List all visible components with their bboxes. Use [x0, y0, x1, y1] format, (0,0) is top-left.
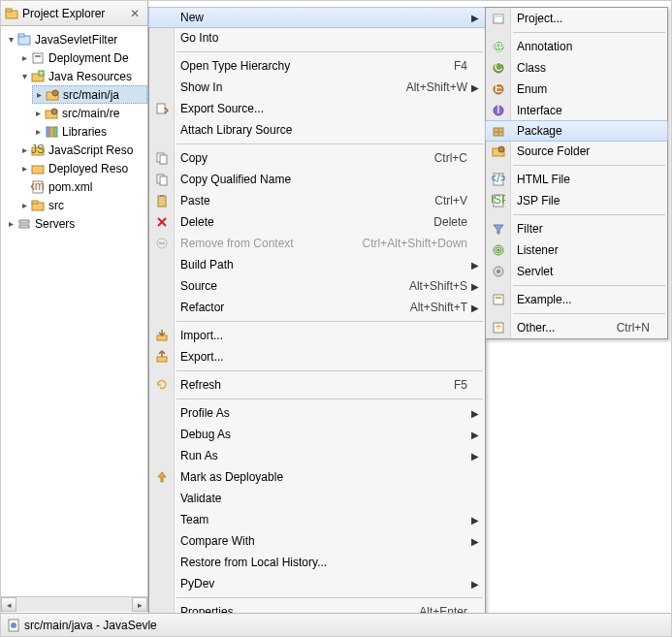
menu-item-label: Source Folder — [511, 144, 667, 158]
menu-item-export[interactable]: Export... — [149, 346, 485, 367]
tree-item[interactable]: ▸Libraries — [32, 122, 147, 141]
menu-item-pydev[interactable]: PyDev▶ — [149, 573, 485, 594]
jsp-file-icon: JSP — [486, 190, 511, 211]
menu-item-accelerator: Ctrl+V — [434, 194, 485, 207]
menu-item-refresh[interactable]: RefreshF5 — [149, 374, 485, 396]
menu-item-jsp-file[interactable]: JSPJSP File — [486, 190, 667, 211]
menu-item-debug-as[interactable]: Debug As▶ — [149, 424, 485, 445]
menu-item-accelerator: Ctrl+Alt+Shift+Down — [363, 237, 485, 250]
blank-icon — [149, 297, 175, 318]
menu-item-interface[interactable]: IInterface — [486, 100, 667, 121]
annotation-icon: @ — [486, 36, 511, 57]
menu-item-label: Copy Qualified Name — [175, 173, 485, 186]
editor-tab[interactable]: src/main/java - JavaSevle — [1, 613, 671, 636]
menu-item-team[interactable]: Team▶ — [149, 509, 485, 530]
menu-item-mark-as-deployable[interactable]: Mark as Deployable — [149, 466, 485, 488]
horizontal-scrollbar[interactable]: ◂ ▸ — [1, 596, 147, 612]
menu-item-other[interactable]: +Other...Ctrl+N — [486, 317, 667, 338]
menu-item-source[interactable]: SourceAlt+Shift+S▶ — [149, 275, 485, 297]
svg-rect-23 — [19, 225, 29, 228]
menu-item-run-as[interactable]: Run As▶ — [149, 445, 485, 466]
menu-item-listener[interactable]: Listener — [486, 239, 667, 261]
scroll-left-button[interactable]: ◂ — [1, 597, 16, 612]
blank-icon — [149, 8, 175, 27]
menu-item-paste[interactable]: PasteCtrl+V — [149, 190, 485, 211]
tree-item[interactable]: ▸src — [18, 196, 147, 214]
menu-item-restore-from-local-history[interactable]: Restore from Local History... — [149, 552, 485, 573]
menu-item-export-source[interactable]: Export Source... — [149, 98, 485, 119]
svg-rect-1 — [6, 9, 12, 12]
tree-item-selected[interactable]: ▸src/main/ja — [32, 85, 147, 104]
menu-item-delete[interactable]: DeleteDelete — [149, 211, 485, 233]
tree-item[interactable]: xmlpom.xml — [18, 177, 147, 196]
tree-label: Libraries — [62, 125, 107, 139]
menu-item-label: HTML File — [511, 173, 667, 186]
menu-item-copy-qualified-name[interactable]: Copy Qualified Name — [149, 169, 485, 190]
tree-item[interactable]: ▾Java Resources — [18, 67, 147, 85]
menu-item-label: Team — [175, 513, 485, 526]
menu-item-label: Import... — [175, 329, 485, 342]
menu-item-label: Servlet — [511, 265, 667, 278]
menu-item-label: Other... — [511, 321, 617, 334]
menu-item-new[interactable]: New▶ — [148, 7, 486, 28]
remove-context-icon — [149, 233, 175, 254]
svg-rect-12 — [47, 127, 49, 137]
deployed-resources-icon — [30, 161, 46, 176]
menu-item-html-file[interactable]: </>HTML File — [486, 169, 667, 190]
menu-item-filter[interactable]: Filter — [486, 218, 667, 239]
submenu-arrow-icon: ▶ — [471, 281, 479, 292]
export-source-icon — [149, 98, 175, 119]
menu-item-example[interactable]: Example... — [486, 289, 667, 310]
tree-item-project[interactable]: ▾JavaSevletFilter — [5, 30, 147, 48]
tree-item[interactable]: ▸Deployed Reso — [18, 159, 147, 177]
menu-item-validate[interactable]: Validate — [149, 488, 485, 509]
menu-item-profile-as[interactable]: Profile As▶ — [149, 402, 485, 424]
menu-item-enum[interactable]: EEnum — [486, 79, 667, 100]
menu-item-build-path[interactable]: Build Path▶ — [149, 254, 485, 275]
project-explorer-header: Project Explorer ✕ — [1, 1, 147, 26]
tree-item[interactable]: ▸src/main/re — [32, 104, 147, 122]
menu-item-label: Listener — [511, 243, 667, 257]
menu-item-annotation[interactable]: @Annotation — [486, 36, 667, 57]
scroll-track[interactable] — [16, 597, 132, 612]
svg-point-60 — [496, 270, 500, 273]
menu-item-attach-library-source[interactable]: Attach Library Source — [149, 119, 485, 141]
tree-label: Deployed Reso — [48, 162, 128, 175]
submenu-arrow-icon: ▶ — [471, 303, 479, 313]
example-icon — [486, 289, 511, 310]
menu-separator — [176, 597, 483, 598]
menu-item-accelerator: Ctrl+C — [434, 151, 485, 165]
menu-item-open-type-hierarchy[interactable]: Open Type HierarchyF4 — [149, 55, 485, 77]
menu-item-compare-with[interactable]: Compare With▶ — [149, 530, 485, 552]
menu-item-show-in[interactable]: Show InAlt+Shift+W▶ — [149, 77, 485, 98]
menu-separator — [176, 143, 483, 144]
menu-item-accelerator: F4 — [454, 59, 485, 73]
menu-item-label: Open Type Hierarchy — [175, 59, 454, 73]
new-submenu: Project...@AnnotationCClassEEnumIInterfa… — [485, 7, 668, 339]
libraries-icon — [44, 124, 59, 140]
menu-item-package[interactable]: Package — [485, 120, 668, 142]
menu-item-servlet[interactable]: Servlet — [486, 261, 667, 282]
tree-item[interactable]: ▸Deployment De — [18, 48, 147, 67]
tree-label: Java Resources — [48, 70, 132, 83]
tree-item[interactable]: ▸Servers — [5, 214, 147, 233]
scroll-right-button[interactable]: ▸ — [132, 597, 147, 612]
menu-separator — [513, 32, 665, 33]
menu-item-go-into[interactable]: Go Into — [149, 27, 485, 48]
close-icon[interactable]: ✕ — [126, 7, 144, 20]
menu-item-source-folder[interactable]: Source Folder — [486, 141, 667, 162]
menu-item-import[interactable]: Import... — [149, 325, 485, 346]
svg-rect-14 — [54, 127, 57, 137]
svg-rect-17 — [32, 166, 44, 174]
menu-item-copy[interactable]: CopyCtrl+C — [149, 147, 485, 169]
deploy-icon — [149, 466, 175, 488]
project-explorer-panel: Project Explorer ✕ ▾JavaSevletFilter ▸De… — [1, 1, 148, 612]
menu-item-refactor[interactable]: RefactorAlt+Shift+T▶ — [149, 297, 485, 318]
menu-item-label: Interface — [511, 104, 667, 117]
java-file-icon — [7, 619, 20, 632]
menu-item-project[interactable]: Project... — [486, 8, 667, 29]
tree-item[interactable]: ▸JSJavaScript Reso — [18, 141, 147, 159]
class-icon: C — [486, 57, 511, 79]
menu-item-class[interactable]: CClass — [486, 57, 667, 79]
menu-item-label: Export... — [175, 350, 485, 364]
